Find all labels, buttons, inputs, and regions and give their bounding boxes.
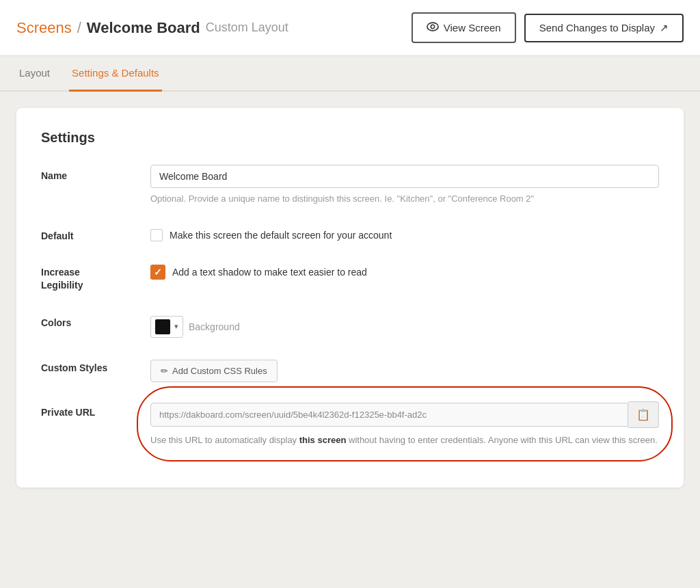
header: Screens / Welcome Board Custom Layout Vi… — [0, 0, 700, 56]
legibility-row: Increase Legibility ✓ Add a text shadow … — [41, 260, 659, 293]
breadcrumb-separator: / — [77, 19, 81, 37]
name-content: Optional. Provide a unique name to disti… — [150, 165, 659, 206]
breadcrumb: Screens / Welcome Board Custom Layout — [16, 19, 288, 37]
add-custom-css-button[interactable]: ✏ Add Custom CSS Rules — [150, 360, 278, 382]
name-label: Name — [41, 165, 150, 181]
private-url-hint-post: without having to enter credentials. Any… — [346, 435, 657, 445]
private-url-row: Private URL 📋 Use this URL to automatica… — [41, 401, 659, 447]
name-row: Name Optional. Provide a unique name to … — [41, 165, 659, 206]
main-content: Settings Name Optional. Provide a unique… — [0, 108, 700, 504]
private-url-input-row: 📋 — [150, 401, 659, 428]
view-screen-button[interactable]: View Screen — [412, 12, 516, 43]
settings-card: Settings Name Optional. Provide a unique… — [16, 108, 684, 487]
custom-styles-label: Custom Styles — [41, 357, 150, 373]
svg-point-1 — [431, 25, 434, 28]
eye-icon — [427, 21, 439, 35]
breadcrumb-title: Welcome Board — [87, 19, 200, 37]
private-url-hint-pre: Use this URL to automatically display — [150, 435, 299, 445]
colors-label: Colors — [41, 312, 150, 328]
name-input[interactable] — [150, 165, 659, 188]
send-changes-label: Send Changes to Display — [539, 22, 655, 34]
view-screen-label: View Screen — [444, 22, 501, 34]
legibility-label: Increase Legibility — [41, 260, 150, 293]
default-label: Default — [41, 225, 150, 241]
settings-title: Settings — [41, 130, 659, 146]
checkmark-icon: ✓ — [154, 267, 162, 278]
legibility-checkbox-row: ✓ Add a text shadow to make text easier … — [150, 260, 659, 280]
colors-bg-label: Background — [189, 321, 240, 332]
legibility-content: ✓ Add a text shadow to make text easier … — [150, 260, 659, 280]
default-checkbox-label: Make this screen the default screen for … — [170, 230, 392, 241]
custom-styles-content: ✏ Add Custom CSS Rules — [150, 357, 659, 382]
default-content: Make this screen the default screen for … — [150, 225, 659, 241]
private-url-hint-strong: this screen — [299, 435, 347, 445]
svg-point-0 — [427, 23, 438, 31]
legibility-checkbox-label: Add a text shadow to make text easier to… — [172, 267, 367, 278]
header-actions: View Screen Send Changes to Display ↗ — [412, 12, 684, 43]
private-url-label: Private URL — [41, 401, 150, 418]
send-changes-button[interactable]: Send Changes to Display ↗ — [524, 14, 684, 42]
private-url-input[interactable] — [150, 403, 628, 427]
pencil-icon: ✏ — [161, 366, 168, 376]
private-url-hint: Use this URL to automatically display th… — [150, 433, 659, 447]
colors-content: ▾ Background — [150, 312, 659, 338]
private-url-content: 📋 Use this URL to automatically display … — [150, 401, 659, 447]
color-swatch — [155, 319, 170, 334]
tabs: Layout Settings & Defaults — [0, 56, 700, 92]
copy-url-button[interactable]: 📋 — [628, 401, 659, 428]
external-link-icon: ↗ — [660, 22, 669, 34]
legibility-checkbox[interactable]: ✓ — [150, 265, 165, 280]
color-row: ▾ Background — [150, 312, 659, 338]
tab-settings-defaults[interactable]: Settings & Defaults — [69, 56, 162, 92]
tab-layout[interactable]: Layout — [16, 56, 53, 92]
breadcrumb-screens[interactable]: Screens — [16, 19, 72, 37]
default-checkbox-row: Make this screen the default screen for … — [150, 225, 659, 241]
breadcrumb-subtitle: Custom Layout — [206, 21, 288, 35]
default-checkbox[interactable] — [150, 229, 163, 241]
colors-row: Colors ▾ Background — [41, 312, 659, 338]
name-hint: Optional. Provide a unique name to disti… — [150, 192, 659, 206]
clipboard-icon: 📋 — [636, 408, 650, 421]
color-swatch-button[interactable]: ▾ — [150, 316, 183, 338]
custom-css-btn-label: Add Custom CSS Rules — [172, 366, 267, 376]
custom-styles-row: Custom Styles ✏ Add Custom CSS Rules — [41, 357, 659, 382]
default-row: Default Make this screen the default scr… — [41, 225, 659, 241]
chevron-down-icon: ▾ — [174, 322, 178, 331]
